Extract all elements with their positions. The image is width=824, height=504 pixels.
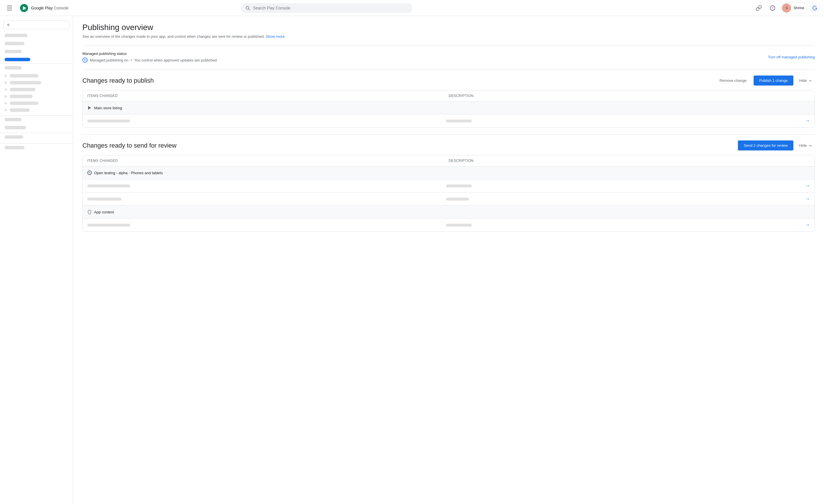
- sidebar-dot-icon-5: [5, 102, 7, 104]
- sidebar-skeleton-item-5: [5, 118, 22, 121]
- col-items-changed-1: Items changed: [87, 94, 449, 98]
- skeleton-items-1: [87, 120, 130, 122]
- sidebar-item-with-dot-2[interactable]: [5, 81, 68, 84]
- user-chip[interactable]: S Shrine: [781, 2, 808, 14]
- changes-review-actions: Send 2 changes for review Hide: [738, 140, 815, 150]
- sidebar-skeleton-item-4: [5, 66, 22, 70]
- remove-change-button[interactable]: Remove change: [716, 76, 750, 85]
- turn-off-managed-publishing-link[interactable]: Turn off managed publishing: [768, 55, 815, 59]
- play-triangle-icon: [87, 106, 92, 110]
- sidebar: [0, 16, 73, 504]
- col-description-2: Description: [449, 159, 810, 163]
- main-content: Publishing overview See an overview of t…: [73, 16, 824, 504]
- svg-line-4: [248, 9, 250, 10]
- sidebar-divider-2: [0, 115, 73, 116]
- search-input[interactable]: [253, 6, 408, 10]
- sidebar-item-with-dot-5[interactable]: [5, 102, 68, 105]
- table-row-app-content[interactable]: App content: [83, 206, 815, 218]
- section-divider-1: [82, 45, 815, 46]
- row-arrow-1[interactable]: →: [805, 118, 810, 124]
- changes-review-header: Changes ready to send for review Send 2 …: [82, 140, 815, 150]
- table-row-skeleton-1[interactable]: →: [83, 114, 815, 127]
- hamburger-menu-button[interactable]: [5, 2, 16, 14]
- managed-separator: •: [130, 58, 132, 62]
- managed-status-row: Managed publishing on • You control when…: [82, 58, 217, 63]
- row-arrow-2[interactable]: →: [805, 183, 810, 189]
- col-description-1: Description: [449, 94, 810, 98]
- play-console-logo-icon: [19, 3, 29, 13]
- managed-icon-open-testing: [87, 171, 92, 175]
- search-bar[interactable]: [241, 3, 412, 13]
- sidebar-back-icon[interactable]: [7, 23, 11, 27]
- table-row-skeleton-3[interactable]: →: [83, 193, 815, 206]
- table-row-skeleton-2[interactable]: →: [83, 179, 815, 193]
- changes-ready-header: Changes ready to publish Remove change P…: [82, 76, 815, 86]
- publish-change-button[interactable]: Publish 1 change: [754, 76, 794, 86]
- help-icon-button[interactable]: ?: [767, 2, 778, 14]
- sidebar-dot-icon-2: [5, 82, 7, 84]
- table-row-skeleton-4[interactable]: →: [83, 218, 815, 231]
- chevron-up-icon: [808, 78, 813, 83]
- sidebar-item-label-5: [10, 102, 38, 105]
- shield-icon: [87, 210, 92, 214]
- topnav-right: ? S Shrine: [753, 2, 819, 14]
- sidebar-item-label-1: [10, 74, 38, 78]
- sidebar-item-label-2: [10, 81, 41, 84]
- sidebar-dot-icon-1: [5, 75, 7, 77]
- logo-area: Google Play Console: [19, 3, 69, 13]
- sidebar-skeleton-item-1: [5, 34, 27, 37]
- google-account-icon[interactable]: [810, 3, 819, 13]
- sidebar-item-with-dot-4[interactable]: [5, 95, 68, 98]
- managed-status-left: Managed publishing status Managed publis…: [82, 52, 217, 63]
- row-arrow-3[interactable]: →: [805, 196, 810, 202]
- top-navigation: Google Play Console ? S Shrine: [0, 0, 824, 16]
- send-changes-review-button[interactable]: Send 2 changes for review: [738, 140, 793, 150]
- sidebar-dot-icon-3: [5, 88, 7, 91]
- sidebar-item-label-4: [10, 95, 33, 98]
- svg-rect-2: [22, 9, 26, 10]
- changes-ready-actions: Remove change Publish 1 change Hide: [716, 76, 815, 86]
- sidebar-item-with-dot-6[interactable]: [5, 108, 68, 112]
- user-name: Shrine: [793, 6, 804, 10]
- managed-description: You control when approved updates are pu…: [134, 58, 217, 62]
- changes-ready-table-header: Items changed Description: [83, 90, 815, 102]
- sidebar-item-with-dot-3[interactable]: [5, 88, 68, 91]
- help-icon: ?: [769, 5, 776, 11]
- table-row-main-store-listing[interactable]: Main store listing: [83, 102, 815, 114]
- section-divider-2: [82, 70, 815, 70]
- logo-text: Google Play Console: [31, 6, 69, 10]
- sidebar-divider-4: [0, 143, 73, 143]
- changes-ready-to-publish-section: Changes ready to publish Remove change P…: [82, 76, 815, 127]
- table-row-open-testing[interactable]: Open testing - alpha - Phones and tablet…: [83, 167, 815, 179]
- skeleton-items-2: [87, 185, 130, 187]
- row-arrow-4[interactable]: →: [805, 222, 810, 228]
- search-icon: [245, 5, 250, 11]
- show-more-link[interactable]: Show more: [266, 34, 285, 38]
- main-layout: Publishing overview See an overview of t…: [0, 16, 824, 504]
- page-subtitle: See an overview of the changes made to y…: [82, 34, 815, 38]
- sidebar-item-with-dot-1[interactable]: [5, 74, 68, 78]
- chevron-up-icon-2: [808, 143, 813, 148]
- sidebar-item-label-3: [10, 88, 35, 91]
- sidebar-divider-1: [0, 64, 73, 64]
- sidebar-search-input[interactable]: [13, 23, 66, 27]
- sidebar-search[interactable]: [3, 21, 70, 29]
- sidebar-skeleton-item-7: [5, 135, 23, 139]
- managed-publishing-title: Managed publishing status: [82, 52, 217, 56]
- skeleton-desc-2: [446, 185, 472, 187]
- link-icon-button[interactable]: [753, 2, 764, 14]
- col-items-changed-2: Items changed: [87, 159, 449, 163]
- changes-review-title: Changes ready to send for review: [82, 142, 177, 149]
- changes-ready-title: Changes ready to publish: [82, 77, 154, 84]
- sidebar-skeleton-item-8: [5, 146, 25, 149]
- managed-on-text: Managed publishing on: [90, 58, 128, 62]
- sidebar-skeleton-item-2: [5, 42, 25, 45]
- sidebar-active-item[interactable]: [5, 58, 30, 61]
- hide-ready-button[interactable]: Hide: [797, 76, 815, 85]
- sidebar-skeleton-item-6: [5, 126, 26, 129]
- managed-publishing-icon: [82, 58, 88, 63]
- sidebar-dot-icon-4: [5, 95, 7, 98]
- sidebar-divider-3: [0, 133, 73, 133]
- hide-review-button[interactable]: Hide: [797, 141, 815, 150]
- page-title: Publishing overview: [82, 23, 815, 32]
